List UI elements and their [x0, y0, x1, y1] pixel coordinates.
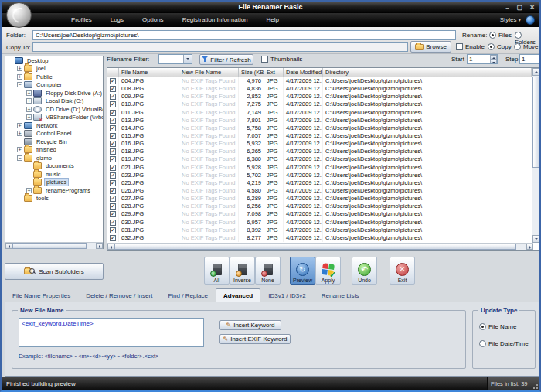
table-row[interactable]: 021.JPG No EXIF Tags Found 5,928 JPG 4/1… [107, 164, 540, 172]
scrollbar-thumb[interactable] [12, 243, 87, 249]
row-checkbox[interactable] [110, 86, 116, 92]
tree-item[interactable]: + Network [5, 121, 103, 130]
table-row[interactable]: 032.JPG No EXIF Tags Found 8,277 JPG 4/1… [107, 234, 540, 242]
tab-delete-remove-insert[interactable]: Delete / Remove / Insert [78, 288, 160, 302]
copy-radio[interactable]: Copy [488, 43, 512, 50]
row-checkbox[interactable] [110, 188, 116, 194]
tree-item[interactable]: + Floppy Disk Drive (A:) [5, 89, 103, 97]
table-row[interactable]: 008.JPG No EXIF Tags Found 4,836 JPG 4/1… [107, 85, 540, 93]
help-globe-icon[interactable] [526, 15, 535, 25]
menu-options[interactable]: Options [133, 13, 173, 27]
table-row[interactable]: 028.JPG No EXIF Tags Found 6,256 JPG 4/1… [107, 203, 540, 210]
menu-logs[interactable]: Logs [101, 13, 133, 27]
tree-horizontal-scrollbar[interactable] [5, 242, 103, 249]
scroll-down-icon[interactable] [532, 235, 540, 243]
table-row[interactable]: 030.JPG No EXIF Tags Found 6,957 JPG 4/1… [107, 219, 540, 227]
row-checkbox[interactable] [110, 101, 116, 107]
filename-filter-combo[interactable] [158, 54, 192, 64]
tree-item[interactable]: + Local Disk (C:) [5, 97, 103, 106]
tree-expand-toggle[interactable]: + [26, 98, 32, 104]
table-row[interactable]: 013.JPG No EXIF Tags Found 7,801 JPG 4/1… [107, 117, 540, 124]
table-row[interactable]: 026.JPG No EXIF Tags Found 4,580 JPG 4/1… [107, 187, 540, 195]
start-spinner[interactable]: 1 [467, 54, 498, 64]
header-checkbox-col[interactable] [107, 68, 119, 77]
tree-item[interactable]: − gizmo [5, 154, 103, 162]
table-row[interactable]: 027.JPG No EXIF Tags Found 6,289 JPG 4/1… [107, 195, 540, 203]
tree-item[interactable]: pictures [5, 179, 103, 187]
menu-profiles[interactable]: Profiles [62, 13, 101, 27]
insert-keyword-button[interactable]: ✎ Insert Keyword [219, 320, 281, 330]
thumbnails-checkbox[interactable]: Thumbnails [261, 56, 302, 63]
scroll-left-icon[interactable] [107, 244, 114, 250]
scrollbar-thumb[interactable] [114, 244, 516, 250]
header-directory[interactable]: Directory [323, 68, 532, 77]
table-row[interactable]: 014.JPG No EXIF Tags Found 5,758 JPG 4/1… [107, 124, 540, 132]
tree-item[interactable]: + Control Panel [5, 130, 103, 138]
tree-expand-toggle[interactable]: + [26, 107, 32, 112]
table-row[interactable]: 019.JPG No EXIF Tags Found 6,380 JPG 4/1… [107, 155, 540, 163]
tree-expand-toggle[interactable]: + [17, 123, 22, 128]
tab-find-replace[interactable]: Find / Replace [160, 288, 216, 302]
select-none-button[interactable]: − None [255, 257, 281, 285]
tree-item[interactable]: tools [5, 195, 103, 203]
tree-item[interactable]: + CD Drive (D:) VirtualBox Guest [5, 105, 103, 114]
row-checkbox[interactable] [110, 141, 116, 147]
styles-dropdown[interactable]: Styles [500, 13, 521, 27]
maximize-button[interactable]: ▢ [515, 2, 524, 12]
tree-item[interactable]: Desktop [5, 56, 103, 65]
row-checkbox[interactable] [110, 165, 116, 171]
row-checkbox[interactable] [110, 220, 116, 226]
table-row[interactable]: 016.JPG No EXIF Tags Found 5,932 JPG 4/1… [107, 140, 540, 148]
tree-item[interactable]: + Public [5, 73, 103, 81]
browse-button[interactable]: Browse [410, 41, 451, 53]
row-checkbox[interactable] [110, 227, 116, 233]
enable-checkbox[interactable]: Enable [456, 43, 485, 50]
tree-expand-toggle[interactable]: + [17, 147, 22, 152]
tree-item[interactable]: Recycle Bin [5, 138, 103, 146]
table-row[interactable]: 015.JPG No EXIF Tags Found 7,057 JPG 4/1… [107, 132, 540, 140]
select-all-button[interactable]: + All [204, 257, 230, 285]
row-checkbox[interactable] [110, 78, 116, 84]
table-row[interactable]: 010.JPG No EXIF Tags Found 7,275 JPG 4/1… [107, 101, 540, 108]
tree-item[interactable]: + finished [5, 146, 103, 155]
title-bar[interactable]: File Renamer Basic – ▢ ✕ [2, 2, 539, 13]
tree-expand-toggle[interactable]: − [17, 82, 22, 87]
tree-expand-toggle[interactable]: + [17, 66, 22, 71]
filter-refresh-button[interactable]: Filter / Refresh [199, 54, 253, 65]
insert-exif-keyword-button[interactable]: ✎ Insert EXIF Keyword [219, 334, 291, 344]
table-vertical-scrollbar[interactable] [532, 68, 540, 243]
minimize-button[interactable]: – [503, 2, 512, 12]
row-checkbox[interactable] [110, 125, 116, 131]
tree-expand-toggle[interactable]: + [26, 114, 32, 120]
table-row[interactable]: 029.JPG No EXIF Tags Found 7,098 JPG 4/1… [107, 210, 540, 218]
row-checkbox[interactable] [110, 203, 116, 210]
move-radio[interactable]: Move [514, 43, 539, 50]
header-file-name[interactable]: File Name [119, 68, 179, 77]
scroll-up-icon[interactable] [532, 68, 540, 76]
exit-button[interactable]: ✕ Exit [390, 257, 415, 285]
update-file-datetime-radio[interactable]: File Date/Time [479, 340, 529, 347]
apply-button[interactable]: Apply [315, 257, 341, 285]
tree-item[interactable]: + VBSharedFolder (\\vboxsvr) (Z [5, 114, 103, 122]
tab-rename-lists[interactable]: Rename Lists [314, 288, 367, 302]
close-button[interactable]: ✕ [528, 2, 536, 12]
table-row[interactable]: 004.JPG No EXIF Tags Found 4,976 JPG 4/1… [107, 77, 540, 85]
header-new-file-name[interactable]: New File Name [179, 68, 239, 77]
header-size[interactable]: Size (KB) [239, 68, 264, 77]
table-row[interactable]: 025.JPG No EXIF Tags Found 4,219 JPG 4/1… [107, 179, 540, 187]
row-checkbox[interactable] [110, 133, 116, 139]
select-inverse-button[interactable]: Inverse [230, 257, 255, 285]
combo-dropdown-icon[interactable] [183, 55, 192, 63]
row-checkbox[interactable] [110, 211, 116, 217]
row-checkbox[interactable] [110, 172, 116, 179]
new-file-name-textarea[interactable]: <exif_keyword,DateTime> [19, 318, 204, 347]
folder-tree[interactable]: Desktop + joel + Public − Computer + Flo… [5, 56, 104, 249]
tab-advanced[interactable]: Advanced [216, 288, 260, 302]
tree-expand-toggle[interactable]: + [17, 131, 22, 136]
table-horizontal-scrollbar[interactable] [107, 243, 533, 250]
table-row[interactable]: 023.JPG No EXIF Tags Found 5,702 JPG 4/1… [107, 172, 540, 179]
tree-item[interactable]: documents [5, 162, 103, 171]
scroll-left-icon[interactable] [5, 243, 12, 249]
scrollbar-thumb[interactable] [532, 77, 540, 168]
tree-expand-toggle[interactable]: − [17, 155, 22, 161]
